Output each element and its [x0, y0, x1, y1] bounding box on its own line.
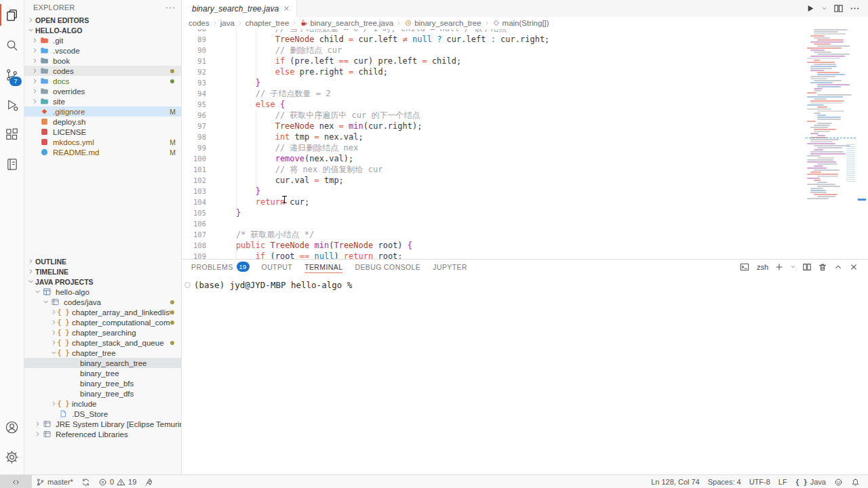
- java-tree-item-include[interactable]: { }include: [24, 399, 181, 409]
- tree-item-LICENSE[interactable]: LICENSE: [24, 127, 181, 137]
- breadcrumb-item-main(String[])[interactable]: main(String[]): [492, 19, 549, 27]
- code-line-content: // 删除结点 cur: [206, 45, 342, 56]
- line-number: 90: [182, 45, 206, 56]
- folder-icon: [39, 76, 50, 86]
- indent-guide: [236, 34, 256, 45]
- activity-item-settings[interactable]: [0, 442, 24, 472]
- breadcrumb-item-binary_search_tree[interactable]: binary_search_tree: [404, 19, 481, 27]
- tree-item-docs[interactable]: docs: [24, 76, 181, 86]
- run-java-button[interactable]: [805, 3, 815, 14]
- terminal-dropdown-chevron-icon[interactable]: [790, 264, 796, 270]
- activity-item-notebook[interactable]: [0, 149, 24, 179]
- java-tree-item-codes/java[interactable]: codes/java: [24, 297, 181, 307]
- run-dropdown-chevron-icon[interactable]: [821, 5, 827, 12]
- minimap-line: [807, 184, 835, 185]
- close-panel-icon[interactable]: [849, 262, 859, 272]
- java-tree-item-chapter_stack_and_queue[interactable]: { }chapter_stack_and_queue: [24, 338, 181, 348]
- status-cursor-position[interactable]: Ln 128, Col 74: [647, 475, 704, 488]
- tree-item-deploy.sh[interactable]: deploy.sh: [24, 117, 181, 127]
- activity-item-extensions[interactable]: [0, 119, 24, 149]
- tree-item-.vscode[interactable]: .vscode: [24, 45, 181, 56]
- tree-item-overrides[interactable]: overrides: [24, 86, 181, 96]
- file-icon: [39, 117, 50, 127]
- java-tree-item-binary_tree[interactable]: undefinedbinary_tree: [24, 368, 181, 378]
- maximize-panel-icon[interactable]: [833, 262, 843, 272]
- minimap-line: [807, 104, 824, 106]
- java-tree-item-chapter_searching[interactable]: { }chapter_searching: [24, 327, 181, 338]
- status-branch[interactable]: master*: [32, 475, 77, 488]
- status-problems[interactable]: 019: [94, 475, 140, 488]
- panel-tab-problems[interactable]: PROBLEMS19: [191, 260, 250, 274]
- status-indentation[interactable]: Spaces: 4: [704, 475, 745, 488]
- indent: [216, 142, 236, 153]
- breadcrumb-item-codes[interactable]: codes: [189, 19, 210, 27]
- kill-terminal-icon[interactable]: [818, 262, 827, 272]
- breadcrumb-item-binary_search_tree.java[interactable]: binary_search_tree.java: [300, 19, 393, 27]
- code-line-content: }: [206, 207, 241, 218]
- code-area[interactable]: 88// 当子结点数量 = 0 / 1 时, child = null / 该子…: [182, 29, 806, 259]
- java-tree-item-binary_tree_dfs[interactable]: undefinedbinary_tree_dfs: [24, 388, 181, 399]
- open-editors-header[interactable]: OPEN EDITORS: [24, 15, 181, 25]
- minimap-line: [807, 174, 838, 175]
- activity-item-source-control[interactable]: 7: [0, 60, 24, 89]
- breadcrumb-item-java[interactable]: java: [220, 19, 235, 27]
- status-eol[interactable]: LF: [774, 475, 791, 488]
- tree-item-.git[interactable]: .git: [24, 35, 181, 45]
- java-tree-item-binary_tree_bfs[interactable]: undefinedbinary_tree_bfs: [24, 378, 181, 388]
- close-icon[interactable]: [283, 5, 290, 12]
- activity-item-search[interactable]: [0, 30, 24, 60]
- panel-tab-terminal[interactable]: TERMINAL: [304, 260, 342, 274]
- new-terminal-icon[interactable]: [774, 262, 784, 272]
- overview-cursor-marker: [858, 199, 866, 201]
- editor-tab[interactable]: binary_search_tree.java: [182, 0, 297, 17]
- status-remote[interactable]: [0, 475, 32, 488]
- split-editor-icon[interactable]: [833, 3, 844, 14]
- panel-tab-output[interactable]: OUTPUT: [262, 260, 293, 274]
- status-java-status[interactable]: [140, 475, 157, 488]
- explorer-more-actions-icon[interactable]: ···: [165, 3, 176, 12]
- java-tree-item-Referenced[interactable]: Referenced Libraries: [24, 429, 181, 439]
- activity-bar: 7: [0, 0, 24, 474]
- indent-guide: [256, 45, 275, 56]
- more-actions-icon[interactable]: [850, 3, 860, 14]
- java-tree-item-chapter_computational_complexity[interactable]: { }chapter_computational_complexity: [24, 317, 181, 327]
- tree-item-label: chapter_computational_complexity: [72, 319, 170, 327]
- activity-item-account[interactable]: [0, 412, 24, 442]
- tree-item-README.md[interactable]: README.mdM: [24, 147, 181, 157]
- status-encoding[interactable]: UTF-8: [745, 475, 774, 488]
- folder-icon: [39, 86, 50, 96]
- status-notifications[interactable]: [847, 475, 864, 488]
- chevron-down-icon: [33, 288, 42, 296]
- split-terminal-icon[interactable]: [802, 262, 812, 272]
- tree-item-site[interactable]: site: [24, 96, 181, 106]
- tree-item-mkdocs.yml[interactable]: mkdocs.ymlM: [24, 137, 181, 147]
- project-root-header[interactable]: HELLO-ALGO: [24, 25, 181, 35]
- java-tree-item-chapter_tree[interactable]: { }chapter_tree: [24, 348, 181, 358]
- outline-header[interactable]: OUTLINE: [24, 256, 181, 266]
- breadcrumb-item-chapter_tree[interactable]: chapter_tree: [245, 19, 290, 27]
- java-tree-item-JRE[interactable]: JRE System Library [Eclipse Temurin 17 […: [24, 419, 181, 429]
- java-tree-item-.DS_Store[interactable]: .DS_Store: [24, 409, 181, 419]
- panel-tab-debug-console[interactable]: DEBUG CONSOLE: [355, 260, 420, 274]
- timeline-header[interactable]: TIMELINE: [24, 266, 181, 277]
- minimap[interactable]: [806, 29, 856, 232]
- status-feedback[interactable]: [830, 475, 847, 488]
- activity-item-explorer[interactable]: [0, 0, 24, 30]
- shell-label[interactable]: zsh: [757, 263, 768, 271]
- terminal-content[interactable]: (base) jyd@JYD-MBP hello-algo %: [182, 274, 868, 290]
- status-language-mode[interactable]: { }Java: [791, 475, 830, 488]
- tree-item-codes[interactable]: codes: [24, 66, 181, 76]
- java-projects-header[interactable]: JAVA PROJECTS: [24, 277, 181, 287]
- tree-item-.gitignore[interactable]: .gitignoreM: [24, 106, 181, 117]
- activity-item-run-debug[interactable]: [0, 89, 24, 119]
- java-tree-item-binary_search_tree[interactable]: undefinedbinary_search_tree: [24, 358, 181, 368]
- java-tree-item-chapter_array_and_linkedlist[interactable]: { }chapter_array_and_linkedlist: [24, 307, 181, 317]
- breadcrumb: codesjavachapter_treebinary_search_tree.…: [182, 17, 868, 29]
- tree-item-book[interactable]: book: [24, 56, 181, 66]
- code-editor[interactable]: 88// 当子结点数量 = 0 / 1 时, child = null / 该子…: [182, 29, 868, 259]
- status-sync[interactable]: [77, 475, 94, 488]
- minimap-line: [817, 135, 825, 136]
- panel-tab-jupyter[interactable]: JUPYTER: [433, 260, 467, 274]
- java-tree-item-hello-algo[interactable]: hello-algo: [24, 287, 181, 297]
- minimap-line: [810, 35, 825, 37]
